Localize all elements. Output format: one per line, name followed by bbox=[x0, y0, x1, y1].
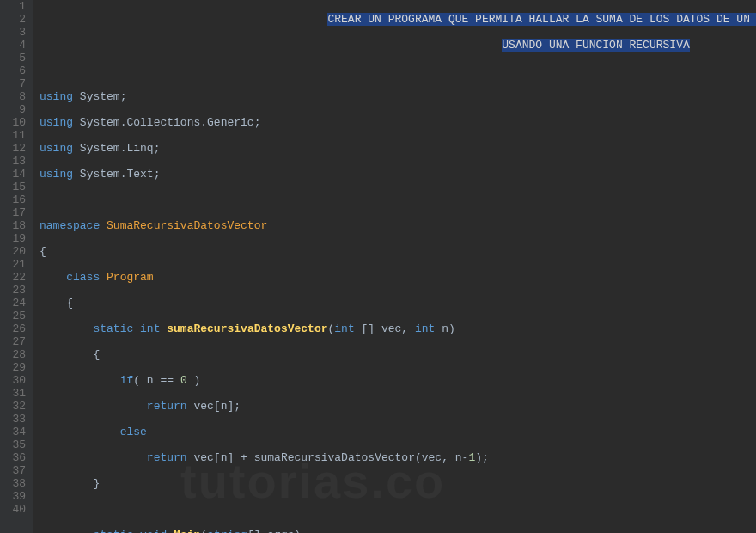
line-number: 27 bbox=[10, 335, 26, 348]
line-number-gutter: 1234567891011121314151617181920212223242… bbox=[0, 0, 33, 533]
line-number: 13 bbox=[10, 155, 26, 168]
line-number: 18 bbox=[10, 219, 26, 232]
line-number: 17 bbox=[10, 206, 26, 219]
line-number: 23 bbox=[10, 284, 26, 297]
line-number: 29 bbox=[10, 361, 26, 374]
kw-using: using bbox=[40, 90, 73, 103]
line-number: 12 bbox=[10, 142, 26, 155]
line-number: 5 bbox=[10, 52, 26, 64]
line-number: 21 bbox=[10, 258, 26, 271]
line-number: 32 bbox=[10, 400, 26, 413]
line-number: 36 bbox=[10, 451, 26, 464]
line-number: 2 bbox=[10, 13, 26, 26]
line-number: 1 bbox=[10, 0, 26, 13]
line-number: 11 bbox=[10, 129, 26, 142]
line-number: 15 bbox=[10, 181, 26, 193]
line-number: 3 bbox=[10, 26, 26, 39]
line-number: 40 bbox=[10, 503, 26, 516]
line-number: 4 bbox=[10, 39, 26, 52]
line-number: 30 bbox=[10, 374, 26, 387]
ns-system: System bbox=[80, 90, 120, 103]
kw-namespace: namespace bbox=[40, 219, 100, 232]
line-number: 16 bbox=[10, 193, 26, 206]
line-number: 38 bbox=[10, 477, 26, 490]
line-number: 10 bbox=[10, 116, 26, 129]
class-name: Program bbox=[107, 271, 154, 284]
code-editor[interactable]: 1234567891011121314151617181920212223242… bbox=[0, 0, 756, 533]
line-number: 31 bbox=[10, 387, 26, 400]
method-suma: sumaRecursivaDatosVector bbox=[167, 322, 327, 335]
line-number: 14 bbox=[10, 168, 26, 181]
line-number: 7 bbox=[10, 77, 26, 90]
line-number: 9 bbox=[10, 103, 26, 116]
selected-comment-1: CREAR UN PROGRAMA QUE PERMITA HALLAR LA … bbox=[327, 13, 756, 26]
method-main: Main bbox=[174, 529, 200, 533]
line-number: 28 bbox=[10, 348, 26, 361]
line-number: 19 bbox=[10, 232, 26, 245]
line-number: 20 bbox=[10, 245, 26, 258]
kw-class: class bbox=[66, 271, 100, 284]
line-number: 34 bbox=[10, 426, 26, 438]
namespace-name: SumaRecursivaDatosVector bbox=[107, 219, 267, 232]
selected-comment-2: USANDO UNA FUNCION RECURSIVA bbox=[502, 39, 689, 52]
line-number: 35 bbox=[10, 438, 26, 451]
code-area[interactable]: CREAR UN PROGRAMA QUE PERMITA HALLAR LA … bbox=[33, 0, 756, 533]
line-number: 8 bbox=[10, 90, 26, 103]
line-number: 37 bbox=[10, 464, 26, 477]
line-number: 26 bbox=[10, 322, 26, 335]
line-number: 6 bbox=[10, 64, 26, 77]
line-number: 39 bbox=[10, 490, 26, 503]
line-number: 25 bbox=[10, 309, 26, 322]
line-number: 22 bbox=[10, 271, 26, 284]
line-number: 24 bbox=[10, 297, 26, 309]
line-number: 33 bbox=[10, 413, 26, 426]
